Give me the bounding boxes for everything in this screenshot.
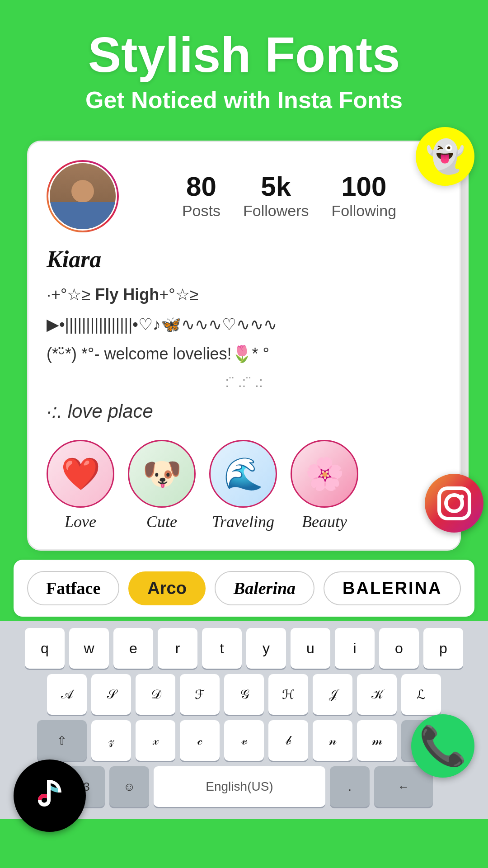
key-period[interactable]: . (330, 766, 370, 807)
bio-line-2: ▶•||||||||||||||||•♡♪🦋∿∿∿♡∿∿∿ (47, 311, 441, 338)
font-selector-bar: Fatface Arco Balerina BALERINA (14, 560, 474, 617)
followers-label: Followers (243, 202, 309, 220)
instagram-icon (437, 486, 471, 520)
stat-posts: 80 Posts (182, 173, 221, 220)
key-x[interactable]: 𝓍 (136, 720, 175, 761)
beauty-emoji: 🌸 (305, 455, 344, 492)
love-emoji: ❤️ (61, 455, 100, 492)
followers-count: 5k (243, 173, 309, 200)
key-d[interactable]: 𝒟 (136, 674, 175, 715)
font-fatface[interactable]: Fatface (27, 571, 119, 605)
key-p[interactable]: p (423, 628, 463, 669)
avatar-person (50, 163, 116, 229)
cute-emoji: 🐶 (142, 455, 182, 492)
key-r[interactable]: r (158, 628, 197, 669)
font-balerina[interactable]: Balerina (215, 571, 314, 605)
highlight-travel-circle: 🌊 (209, 440, 277, 508)
highlight-travel-label: Traveling (212, 512, 274, 531)
following-label: Following (331, 202, 396, 220)
key-o[interactable]: o (379, 628, 419, 669)
key-u[interactable]: u (291, 628, 330, 669)
highlight-traveling[interactable]: 🌊 Traveling (209, 440, 277, 531)
highlight-love-label: Love (65, 512, 96, 531)
key-c[interactable]: 𝒸 (180, 720, 220, 761)
key-n[interactable]: 𝓃 (313, 720, 352, 761)
whatsapp-icon: 📞 (419, 723, 467, 769)
decorative-dots: :¨ .:¨ .: (47, 371, 441, 394)
font-balerina-caps[interactable]: BALERINA (324, 571, 461, 605)
highlight-beauty-label: Beauty (302, 512, 347, 531)
bio-line-1: ·+°☆≥ Fly High+°☆≥ (47, 282, 441, 308)
story-highlights: ❤️ Love 🐶 Cute 🌊 Traveling 🌸 B (47, 440, 441, 531)
key-i[interactable]: i (335, 628, 375, 669)
header: Stylish Fonts Get Noticed with Insta Fon… (0, 0, 488, 127)
tiktok-icon (29, 775, 70, 816)
stat-followers: 5k Followers (243, 173, 309, 220)
key-a[interactable]: 𝒜 (47, 674, 87, 715)
following-count: 100 (331, 173, 396, 200)
profile-card-area: 👻 80 Posts 5k Followers (27, 141, 461, 551)
key-z[interactable]: 𝓏 (91, 720, 131, 761)
whatsapp-badge[interactable]: 📞 (411, 714, 474, 778)
tiktok-badge[interactable] (14, 760, 86, 832)
card-peek (450, 151, 469, 518)
profile-card: 80 Posts 5k Followers 100 Following Kiar… (27, 141, 461, 551)
highlight-beauty-circle: 🌸 (291, 440, 358, 508)
posts-label: Posts (182, 202, 221, 220)
highlight-love-circle: ❤️ (47, 440, 114, 508)
key-m[interactable]: 𝓂 (357, 720, 397, 761)
travel-emoji: 🌊 (224, 455, 263, 492)
key-t[interactable]: t (202, 628, 242, 669)
snapchat-badge[interactable]: 👻 (416, 127, 474, 186)
key-w[interactable]: w (69, 628, 109, 669)
key-b[interactable]: 𝒷 (268, 720, 308, 761)
key-y[interactable]: y (246, 628, 286, 669)
key-f[interactable]: ℱ (180, 674, 220, 715)
app-subtitle: Get Noticed with Insta Fonts (18, 86, 470, 113)
key-v[interactable]: 𝓋 (224, 720, 264, 761)
app-title: Stylish Fonts (18, 27, 470, 82)
profile-top: 80 Posts 5k Followers 100 Following (47, 160, 441, 232)
keyboard-row-2: 𝒜 𝒮 𝒟 ℱ 𝒢 ℋ 𝒥 𝒦 ℒ (5, 674, 483, 715)
instagram-badge[interactable] (425, 474, 483, 533)
key-e[interactable]: e (113, 628, 153, 669)
key-space[interactable]: English(US) (154, 766, 325, 807)
highlight-beauty[interactable]: 🌸 Beauty (291, 440, 358, 531)
highlight-love[interactable]: ❤️ Love (47, 440, 114, 531)
key-q[interactable]: q (25, 628, 65, 669)
key-s[interactable]: 𝒮 (91, 674, 131, 715)
key-j[interactable]: 𝒥 (313, 674, 352, 715)
highlight-cute[interactable]: 🐶 Cute (128, 440, 196, 531)
stat-following: 100 Following (331, 173, 396, 220)
key-emoji[interactable]: ☺ (109, 766, 149, 807)
key-shift[interactable]: ⇧ (37, 720, 87, 761)
avatar-wrapper (47, 160, 119, 232)
key-g[interactable]: 𝒢 (224, 674, 264, 715)
avatar (48, 162, 117, 231)
key-l[interactable]: ℒ (401, 674, 441, 715)
highlight-cute-circle: 🐶 (128, 440, 196, 508)
bio-line-3: (*ᵕ̈*) *°- welcome lovelies!🌷* ° (47, 341, 441, 367)
highlight-cute-label: Cute (146, 512, 177, 531)
key-return[interactable]: ← (374, 766, 433, 807)
snapchat-icon: 👻 (426, 138, 465, 175)
key-h[interactable]: ℋ (268, 674, 308, 715)
key-k[interactable]: 𝒦 (357, 674, 397, 715)
posts-count: 80 (182, 173, 221, 200)
font-arco[interactable]: Arco (128, 571, 206, 605)
profile-name: Kiara (47, 246, 441, 273)
bio-line-5: ·:. love place (47, 396, 441, 426)
profile-bio: ·+°☆≥ Fly High+°☆≥ ▶•||||||||||||||||•♡♪… (47, 282, 441, 426)
keyboard-row-1: q w e r t y u i o p (5, 628, 483, 669)
stats-row: 80 Posts 5k Followers 100 Following (137, 173, 441, 220)
